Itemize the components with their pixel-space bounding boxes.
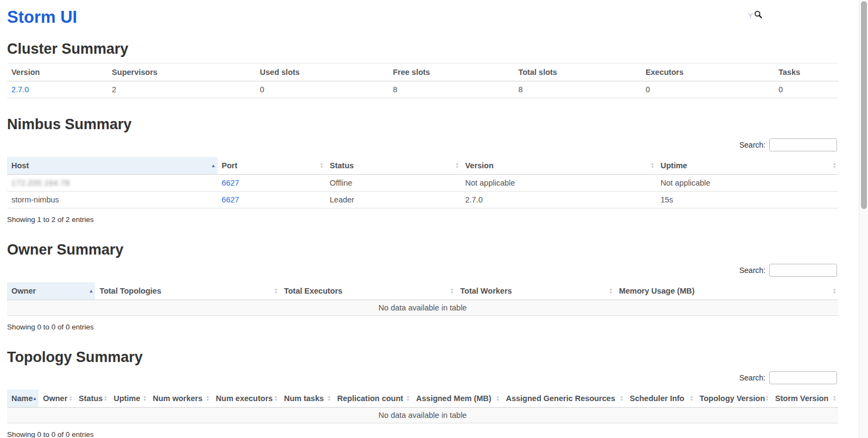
sort-both-icon: ▴▾ xyxy=(497,395,499,402)
nimbus-search-input[interactable] xyxy=(769,138,837,151)
sort-both-icon: ▴▾ xyxy=(275,395,277,402)
topology-summary-table: Name▴Owner▴▾Status▴▾Uptime▴▾Num workers▴… xyxy=(7,390,838,423)
cell-host: storm-nimbus xyxy=(7,192,218,208)
column-header-version[interactable]: Version▴▾ xyxy=(461,157,656,175)
sort-both-icon: ▴▾ xyxy=(321,162,323,169)
cell-supervisors: 2 xyxy=(107,81,256,98)
search-icon[interactable] xyxy=(754,10,762,21)
column-header-num-tasks[interactable]: Num tasks▴▾ xyxy=(279,390,333,408)
column-header-status[interactable]: Status▴▾ xyxy=(326,157,461,175)
column-header-total-executors[interactable]: Total Executors▴▾ xyxy=(279,282,456,300)
cell-free-slots: 8 xyxy=(388,81,514,98)
cell-total-slots: 8 xyxy=(514,81,641,98)
sort-both-icon: ▴▾ xyxy=(69,395,72,402)
cell-port: 6627 xyxy=(218,192,326,208)
search-label: Search: xyxy=(739,373,765,382)
column-header-scheduler-info[interactable]: Scheduler Info▴▾ xyxy=(626,390,695,408)
sort-both-icon: ▴▾ xyxy=(105,395,107,402)
column-header-status[interactable]: Status▴▾ xyxy=(74,390,109,408)
column-header-topology-version[interactable]: Topology Version▴▾ xyxy=(695,390,770,408)
owner-summary-table: Owner▴Total Topologies▴▾Total Executors▴… xyxy=(7,282,838,316)
cell-version: Not applicable xyxy=(461,175,656,192)
search-label: Search: xyxy=(739,141,765,149)
sort-both-icon: ▴▾ xyxy=(456,162,458,169)
column-header-storm-version[interactable]: Storm Version▴▾ xyxy=(771,390,838,408)
nimbus-table-row: 172.200.164.786627OfflineNot applicableN… xyxy=(7,175,838,192)
nimbus-search-row: Search: xyxy=(7,138,837,151)
column-header-total-topologies[interactable]: Total Topologies▴▾ xyxy=(95,282,279,300)
column-header-replication-count[interactable]: Replication count▴▾ xyxy=(333,390,412,408)
storm-ui-page: Y Storm UI Cluster Summary VersionSuperv… xyxy=(0,8,859,438)
nimbus-entries-count: Showing 1 to 2 of 2 entries xyxy=(7,215,838,224)
cell-link-port[interactable]: 6627 xyxy=(222,179,239,187)
search-label: Search: xyxy=(739,266,765,275)
topology-search-input[interactable] xyxy=(769,371,837,384)
sort-both-icon: ▴▾ xyxy=(621,395,623,402)
column-header-owner[interactable]: Owner▴▾ xyxy=(39,390,74,408)
topology-entries-count: Showing 0 to 0 of 0 entries xyxy=(7,430,838,438)
cell-link-port[interactable]: 6627 xyxy=(222,195,239,204)
sort-both-icon: ▴▾ xyxy=(610,288,612,294)
sort-both-icon: ▴▾ xyxy=(691,395,693,402)
sort-asc-icon: ▴ xyxy=(34,396,36,401)
empty-table-row: No data available in table xyxy=(7,300,838,316)
column-header-name[interactable]: Name▴ xyxy=(7,390,39,408)
column-header-free-slots: Free slots xyxy=(388,64,514,81)
sort-both-icon: ▴▾ xyxy=(833,395,835,402)
owner-search-input[interactable] xyxy=(769,264,837,277)
cluster-summary-heading: Cluster Summary xyxy=(7,41,838,58)
column-header-memory-usage-mb[interactable]: Memory Usage (MB)▴▾ xyxy=(615,282,838,300)
topology-search-row: Search: xyxy=(7,371,837,384)
sort-both-icon: ▴▾ xyxy=(766,395,768,402)
cell-host: 172.200.164.78 xyxy=(7,175,218,192)
sort-both-icon: ▴▾ xyxy=(328,395,330,402)
column-header-num-workers[interactable]: Num workers▴▾ xyxy=(148,390,211,408)
column-header-port[interactable]: Port▴▾ xyxy=(218,157,326,175)
column-header-used-slots: Used slots xyxy=(256,64,388,81)
sort-asc-icon: ▴ xyxy=(90,289,93,294)
owner-summary-heading: Owner Summary xyxy=(7,242,838,258)
cell-uptime: 15s xyxy=(656,192,838,208)
cell-version: 2.7.0 xyxy=(461,192,656,208)
column-header-tasks: Tasks xyxy=(774,64,838,81)
column-header-version: Version xyxy=(7,64,107,81)
sort-both-icon: ▴▾ xyxy=(833,162,835,169)
column-header-executors: Executors xyxy=(641,64,774,81)
cell-port: 6627 xyxy=(218,175,326,192)
sort-both-icon: ▴▾ xyxy=(451,288,454,294)
redacted-host-text: 172.200.164.78 xyxy=(11,179,70,187)
browser-scrollbar[interactable] xyxy=(859,0,868,438)
nimbus-header-row: Host▴Port▴▾Status▴▾Version▴▾Uptime▴▾ xyxy=(7,157,838,175)
column-header-owner[interactable]: Owner▴ xyxy=(7,282,95,300)
sort-asc-icon: ▴ xyxy=(212,163,215,168)
empty-table-row: No data available in table xyxy=(7,408,838,423)
app-title-link[interactable]: Storm UI xyxy=(7,8,838,27)
scrollbar-thumb[interactable] xyxy=(861,1,867,209)
sort-both-icon: ▴▾ xyxy=(833,288,835,294)
topology-header-row: Name▴Owner▴▾Status▴▾Uptime▴▾Num workers▴… xyxy=(7,390,838,408)
sort-both-icon: ▴▾ xyxy=(652,162,654,169)
column-header-num-executors[interactable]: Num executors▴▾ xyxy=(212,390,280,408)
cell-tasks: 0 xyxy=(774,81,838,98)
column-header-uptime[interactable]: Uptime▴▾ xyxy=(109,390,148,408)
nimbus-summary-heading: Nimbus Summary xyxy=(7,116,838,133)
cell-uptime: Not applicable xyxy=(656,175,838,192)
column-header-total-slots: Total slots xyxy=(514,64,641,81)
owner-search-row: Search: xyxy=(7,264,837,277)
top-right-icons: Y xyxy=(748,10,762,21)
column-header-host[interactable]: Host▴ xyxy=(7,157,218,175)
nimbus-summary-table: Host▴Port▴▾Status▴▾Version▴▾Uptime▴▾172.… xyxy=(7,157,838,208)
column-header-assigned-mem-mb[interactable]: Assigned Mem (MB)▴▾ xyxy=(412,390,501,408)
topology-summary-heading: Topology Summary xyxy=(7,349,838,366)
cluster-summary-table: VersionSupervisorsUsed slotsFree slotsTo… xyxy=(7,63,838,98)
owner-entries-count: Showing 0 to 0 of 0 entries xyxy=(7,323,838,331)
cluster-table-row: 2.7.0208800 xyxy=(7,81,838,98)
cell-version: 2.7.0 xyxy=(7,81,107,98)
column-header-uptime[interactable]: Uptime▴▾ xyxy=(656,157,838,175)
y-icon: Y xyxy=(748,11,753,20)
column-header-total-workers[interactable]: Total Workers▴▾ xyxy=(456,282,615,300)
no-data-message: No data available in table xyxy=(7,408,838,423)
cell-used-slots: 0 xyxy=(256,81,388,98)
column-header-assigned-generic-resources[interactable]: Assigned Generic Resources▴▾ xyxy=(501,390,625,408)
cell-link-version[interactable]: 2.7.0 xyxy=(11,85,29,94)
